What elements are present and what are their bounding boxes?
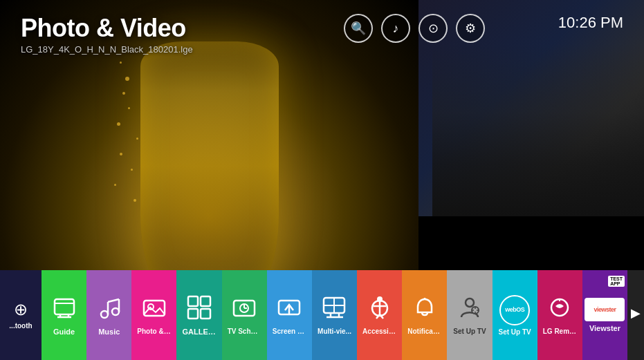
search-icon[interactable]: 🔍: [344, 14, 373, 43]
cast-icon[interactable]: ⊙: [418, 14, 448, 43]
photo-icon: [142, 295, 167, 323]
notifications-icon: [412, 295, 437, 323]
viewster-label: Viewster: [585, 324, 625, 332]
taskbar-item-multiview[interactable]: Multi-vie...: [312, 270, 357, 360]
bluetooth-label: ...tooth: [3, 322, 39, 330]
taskbar-item-photo[interactable]: Photo & V...: [131, 270, 176, 360]
svg-rect-12: [188, 296, 198, 306]
svg-rect-13: [201, 296, 210, 306]
header-left: Photo & Video LG_18Y_4K_O_H_N_N_Black_18…: [21, 14, 193, 55]
settings-icon[interactable]: ⚙: [456, 14, 485, 43]
silhouette-figures: [432, 44, 644, 216]
photo-label: Photo & V...: [134, 328, 174, 335]
test-app-badge: TESTAPP: [608, 276, 625, 287]
music-label: Music: [89, 328, 129, 336]
gallery-label: GALLERY: [179, 328, 219, 336]
svg-rect-14: [188, 309, 198, 319]
taskbar-item-accessibility[interactable]: Accessibi...: [357, 270, 402, 360]
accessibility-label: Accessibi...: [360, 328, 399, 335]
svg-rect-0: [55, 299, 74, 314]
setup-gray-icon: [457, 295, 482, 323]
taskbar-item-screenshare[interactable]: Screen Sh...: [267, 270, 312, 360]
more-icon: ▶: [631, 307, 641, 319]
svg-line-9: [108, 299, 119, 302]
setup-cyan-label: Set Up TV: [495, 328, 535, 336]
setup-gray-label: Set Up TV: [450, 328, 489, 335]
multiview-icon: [322, 295, 347, 323]
lgremote-label: LG Remot...: [540, 328, 580, 335]
notifications-label: Notificati...: [405, 328, 444, 335]
bluetooth-icon: ⊕: [14, 301, 28, 318]
header: Photo & Video LG_18Y_4K_O_H_N_N_Black_18…: [0, 0, 644, 68]
screenshare-icon: [277, 295, 302, 323]
screenshare-label: Screen Sh...: [270, 328, 309, 335]
multiview-label: Multi-vie...: [315, 328, 354, 335]
bottle-shape: [140, 41, 279, 290]
guide-label: Guide: [44, 328, 84, 336]
svg-rect-10: [144, 301, 165, 316]
taskbar-item-setup-gray[interactable]: Set Up TV: [447, 270, 492, 360]
accessibility-icon: [367, 295, 392, 323]
taskbar-item-more[interactable]: ▶: [627, 270, 644, 360]
taskbar-item-bluetooth[interactable]: ⊕ ...tooth: [0, 270, 42, 360]
taskbar-item-notifications[interactable]: Notificati...: [402, 270, 447, 360]
tvschedule-icon: [232, 295, 257, 323]
taskbar-item-tvschedule[interactable]: TV Sched...: [222, 270, 267, 360]
viewster-icon: viewster: [585, 298, 625, 321]
main-background: Photo & Video LG_18Y_4K_O_H_N_N_Black_18…: [0, 0, 644, 360]
svg-point-6: [112, 308, 119, 315]
taskbar-item-setup-cyan[interactable]: webOS Set Up TV: [493, 270, 537, 360]
taskbar-item-guide[interactable]: Guide: [42, 270, 86, 360]
guide-icon: [52, 295, 77, 323]
music-note-icon[interactable]: ♪: [381, 14, 410, 43]
taskbar: ⊕ ...tooth Guide Music Photo & V...: [0, 270, 644, 360]
webos-icon: webOS: [499, 295, 530, 325]
app-subtitle: LG_18Y_4K_O_H_N_N_Black_180201.lge: [21, 44, 193, 55]
tvschedule-label: TV Sched...: [225, 328, 264, 335]
app-title: Photo & Video: [21, 14, 193, 43]
svg-point-35: [466, 299, 474, 307]
header-icons: 🔍 ♪ ⊙ ⚙: [344, 14, 485, 43]
music-icon: [97, 295, 122, 323]
taskbar-item-music[interactable]: Music: [86, 270, 131, 360]
taskbar-item-lgremote[interactable]: LG Remot...: [537, 270, 582, 360]
gallery-icon: [187, 295, 212, 323]
svg-rect-15: [201, 309, 210, 319]
lgremote-icon: [547, 295, 572, 323]
taskbar-item-viewster[interactable]: TESTAPP viewster Viewster: [582, 270, 627, 360]
taskbar-item-gallery[interactable]: GALLERY: [176, 270, 221, 360]
svg-point-5: [101, 311, 108, 318]
clock: 10:26 PM: [558, 14, 623, 32]
